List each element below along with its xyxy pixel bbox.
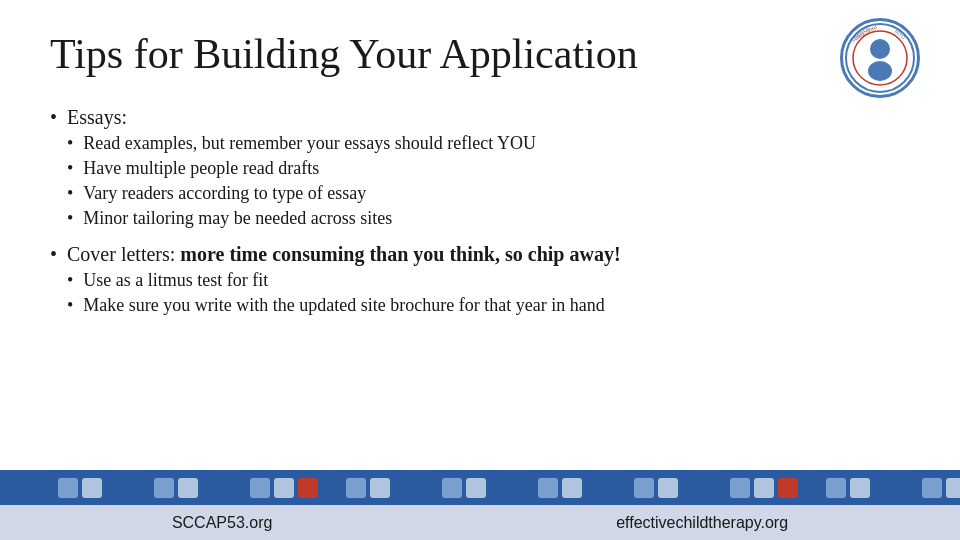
footer-dots bbox=[0, 470, 960, 505]
footer-dot bbox=[418, 478, 438, 498]
cover-sub-bullet-2: • bbox=[67, 295, 73, 316]
footer-link-left: SCCAP53.org bbox=[172, 514, 273, 532]
cover-sub-text-2: Make sure you write with the updated sit… bbox=[83, 295, 604, 316]
slide: Tips for Building Your Application SCIEN… bbox=[0, 0, 960, 540]
footer-dot bbox=[442, 478, 462, 498]
cover-letters-sub-list: • Use as a litmus test for fit • Make su… bbox=[67, 270, 910, 316]
essays-sub-list: • Read examples, but remember your essay… bbox=[67, 133, 536, 229]
cover-sub-item-1: • Use as a litmus test for fit bbox=[67, 270, 910, 291]
footer-dot bbox=[634, 478, 654, 498]
footer-dot bbox=[370, 478, 390, 498]
footer-dot bbox=[586, 478, 606, 498]
footer-dot bbox=[490, 478, 510, 498]
footer-links: SCCAP53.org effectivechildtherapy.org bbox=[0, 505, 960, 540]
footer-dot bbox=[82, 478, 102, 498]
main-bullet-list: • Essays: • Read examples, but remember … bbox=[50, 106, 910, 320]
bullet-marker-essays: • bbox=[50, 106, 57, 129]
footer-dot bbox=[874, 478, 894, 498]
footer-dot bbox=[730, 478, 750, 498]
cover-letters-label-bold: more time consuming than you think, so c… bbox=[180, 243, 620, 265]
footer-dot bbox=[58, 478, 78, 498]
footer-dot bbox=[106, 478, 126, 498]
footer: SCCAP53.org effectivechildtherapy.org bbox=[0, 470, 960, 540]
footer-dot bbox=[178, 478, 198, 498]
footer-dot bbox=[922, 478, 942, 498]
cover-sub-item-2: • Make sure you write with the updated s… bbox=[67, 295, 910, 316]
footer-dot bbox=[946, 478, 960, 498]
footer-dot bbox=[298, 478, 318, 498]
essays-label: Essays: bbox=[67, 106, 127, 128]
footer-dot bbox=[130, 478, 150, 498]
footer-dot bbox=[826, 478, 846, 498]
footer-dot bbox=[202, 478, 222, 498]
footer-dot bbox=[226, 478, 246, 498]
essay-sub-item-1: • Read examples, but remember your essay… bbox=[67, 133, 536, 154]
logo-circle: SCIENCE INTO PRACTICE bbox=[840, 18, 920, 98]
footer-dot bbox=[514, 478, 534, 498]
footer-dot bbox=[538, 478, 558, 498]
essays-item: • Essays: • Read examples, but remember … bbox=[50, 106, 910, 233]
essays-content: Essays: • Read examples, but remember yo… bbox=[67, 106, 536, 233]
essay-sub-text-3: Vary readers according to type of essay bbox=[83, 183, 366, 204]
footer-dot bbox=[250, 478, 270, 498]
footer-dot bbox=[10, 478, 30, 498]
cover-sub-text-1: Use as a litmus test for fit bbox=[83, 270, 268, 291]
footer-dot bbox=[322, 478, 342, 498]
footer-dot bbox=[682, 478, 702, 498]
footer-dot bbox=[562, 478, 582, 498]
footer-dot bbox=[610, 478, 630, 498]
footer-dot bbox=[850, 478, 870, 498]
svg-point-3 bbox=[868, 61, 892, 81]
footer-dot bbox=[802, 478, 822, 498]
footer-dot bbox=[778, 478, 798, 498]
cover-letters-label-normal: Cover letters: bbox=[67, 243, 180, 265]
essay-sub-item-4: • Minor tailoring may be needed across s… bbox=[67, 208, 536, 229]
footer-dot bbox=[346, 478, 366, 498]
essay-sub-text-4: Minor tailoring may be needed across sit… bbox=[83, 208, 392, 229]
bullet-marker-cover: • bbox=[50, 243, 57, 266]
sub-bullet-3: • bbox=[67, 183, 73, 204]
essay-sub-text-1: Read examples, but remember your essays … bbox=[83, 133, 536, 154]
sub-bullet-2: • bbox=[67, 158, 73, 179]
cover-sub-bullet-1: • bbox=[67, 270, 73, 291]
footer-dot bbox=[466, 478, 486, 498]
footer-dot bbox=[754, 478, 774, 498]
footer-dot bbox=[658, 478, 678, 498]
footer-dot bbox=[706, 478, 726, 498]
logo: SCIENCE INTO PRACTICE bbox=[840, 18, 920, 98]
footer-dot bbox=[34, 478, 54, 498]
footer-dot bbox=[394, 478, 414, 498]
logo-svg: SCIENCE INTO PRACTICE bbox=[843, 21, 917, 95]
essay-sub-text-2: Have multiple people read drafts bbox=[83, 158, 319, 179]
main-content: Tips for Building Your Application SCIEN… bbox=[0, 0, 960, 470]
page-title: Tips for Building Your Application bbox=[50, 30, 910, 78]
cover-letters-item: • Cover letters: more time consuming tha… bbox=[50, 243, 910, 320]
svg-text:INTO: INTO bbox=[893, 28, 906, 40]
cover-letters-content: Cover letters: more time consuming than … bbox=[67, 243, 910, 320]
svg-point-2 bbox=[870, 39, 890, 59]
essay-sub-item-3: • Vary readers according to type of essa… bbox=[67, 183, 536, 204]
footer-dot bbox=[154, 478, 174, 498]
footer-link-right: effectivechildtherapy.org bbox=[616, 514, 788, 532]
sub-bullet-4: • bbox=[67, 208, 73, 229]
sub-bullet-1: • bbox=[67, 133, 73, 154]
essay-sub-item-2: • Have multiple people read drafts bbox=[67, 158, 536, 179]
footer-dot bbox=[274, 478, 294, 498]
footer-dot bbox=[898, 478, 918, 498]
